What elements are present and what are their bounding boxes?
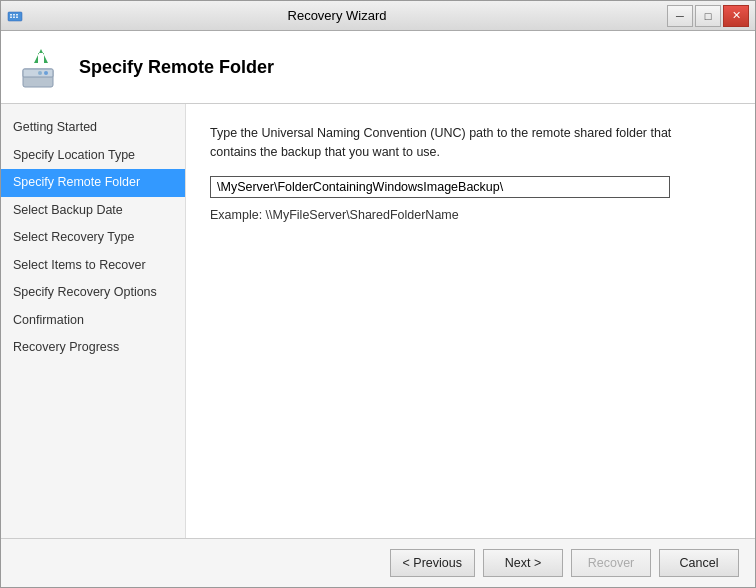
svg-point-10 <box>38 71 42 75</box>
content-area: Getting Started Specify Location Type Sp… <box>1 104 755 538</box>
sidebar-item-confirmation[interactable]: Confirmation <box>1 307 185 335</box>
cancel-button[interactable]: Cancel <box>659 549 739 577</box>
svg-marker-11 <box>34 49 48 63</box>
close-button[interactable]: ✕ <box>723 5 749 27</box>
sidebar-item-getting-started[interactable]: Getting Started <box>1 114 185 142</box>
header-area: Specify Remote Folder <box>1 31 755 104</box>
sidebar-item-select-items-to-recover[interactable]: Select Items to Recover <box>1 252 185 280</box>
svg-point-9 <box>44 71 48 75</box>
sidebar: Getting Started Specify Location Type Sp… <box>1 104 186 538</box>
title-bar-buttons: ─ □ ✕ <box>667 5 749 27</box>
footer: < Previous Next > Recover Cancel <box>1 538 755 587</box>
sidebar-item-specify-remote-folder[interactable]: Specify Remote Folder <box>1 169 185 197</box>
title-bar: Recovery Wizard ─ □ ✕ <box>1 1 755 31</box>
main-panel: Type the Universal Naming Convention (UN… <box>186 104 755 538</box>
previous-button[interactable]: < Previous <box>390 549 475 577</box>
description-text: Type the Universal Naming Convention (UN… <box>210 124 690 162</box>
recover-button[interactable]: Recover <box>571 549 651 577</box>
example-text: Example: \\MyFileServer\SharedFolderName <box>210 208 731 222</box>
sidebar-item-select-backup-date[interactable]: Select Backup Date <box>1 197 185 225</box>
sidebar-item-specify-recovery-options[interactable]: Specify Recovery Options <box>1 279 185 307</box>
recovery-wizard-window: Recovery Wizard ─ □ ✕ Specify Remote Fol… <box>0 0 756 588</box>
recovery-icon <box>17 43 65 91</box>
minimize-button[interactable]: ─ <box>667 5 693 27</box>
unc-path-input[interactable] <box>210 176 670 198</box>
sidebar-item-select-recovery-type[interactable]: Select Recovery Type <box>1 224 185 252</box>
header-title: Specify Remote Folder <box>79 57 274 78</box>
title-bar-text: Recovery Wizard <box>7 8 667 23</box>
sidebar-item-specify-location-type[interactable]: Specify Location Type <box>1 142 185 170</box>
maximize-button[interactable]: □ <box>695 5 721 27</box>
next-button[interactable]: Next > <box>483 549 563 577</box>
sidebar-item-recovery-progress[interactable]: Recovery Progress <box>1 334 185 362</box>
